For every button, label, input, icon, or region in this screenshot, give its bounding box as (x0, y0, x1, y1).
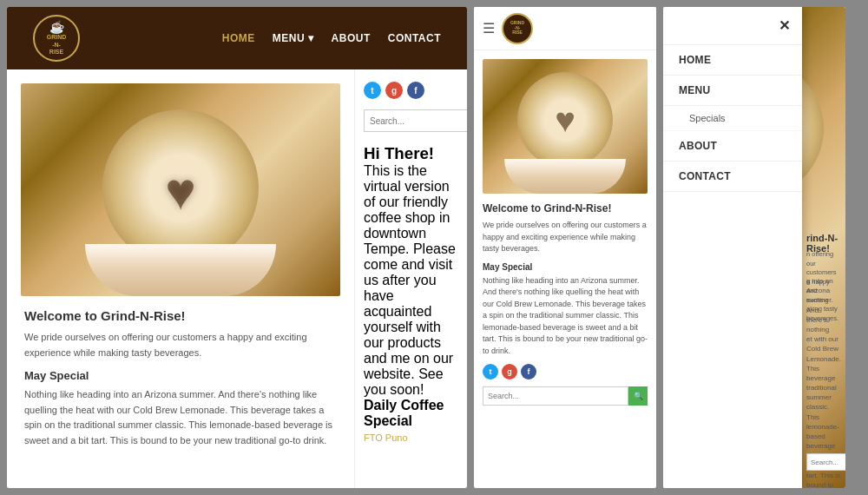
mobile-header: ☰ GRIND-N-RISE (474, 7, 656, 50)
mobile-search-input[interactable] (483, 386, 628, 406)
nav-menu-label: MENU (273, 32, 305, 44)
hamburger-icon[interactable]: ☰ (483, 20, 495, 36)
mobile-search: 🔍 (483, 386, 648, 406)
hi-text: This is the virtual version of our frien… (364, 163, 458, 398)
mobile-special-heading: May Special (483, 262, 648, 272)
nav-about[interactable]: ABOUT (332, 32, 371, 44)
mobile-heading: Welcome to Grind-N-Rise! (483, 202, 648, 214)
mobile-search-button[interactable]: 🔍 (628, 386, 648, 406)
mobile-google-icon[interactable]: g (502, 364, 517, 380)
daily-heading: Daily Coffee Special (364, 398, 458, 429)
mobile-menu-panel: ✕ HOME MENU Specials ABOUT CONTACT rind-… (663, 7, 845, 488)
desktop-body: Welcome to Grind-N-Rise! We pride oursel… (7, 69, 467, 488)
desktop-header: ☕ GRIND -N- RISE HOME MENU ▾ ABOUT CONTA… (7, 7, 467, 69)
main-intro: We pride ourselves on offering our custo… (24, 330, 337, 360)
menu-nav-specials[interactable]: Specials (663, 106, 802, 131)
chevron-down-icon: ▾ (308, 32, 314, 44)
google-icon[interactable]: g (385, 82, 403, 99)
sidebar-search: 🔍 (364, 109, 458, 132)
desktop-logo[interactable]: ☕ GRIND -N- RISE (33, 15, 80, 62)
mobile-logo-text: GRIND-N-RISE (510, 21, 524, 36)
close-icon[interactable]: ✕ (779, 17, 790, 34)
menu-nav-contact[interactable]: CONTACT (663, 162, 802, 192)
desktop-nav: HOME MENU ▾ ABOUT CONTACT (222, 32, 441, 44)
desktop-panel: ☕ GRIND -N- RISE HOME MENU ▾ ABOUT CONTA… (7, 7, 467, 488)
menu-nav-home[interactable]: HOME (663, 45, 802, 76)
desktop-content: Welcome to Grind-N-Rise! We pride oursel… (21, 308, 340, 449)
mobile-twitter-icon[interactable]: t (483, 364, 498, 380)
social-icons: t g f (364, 82, 458, 99)
twitter-icon[interactable]: t (364, 82, 381, 99)
menu-nav: HOME MENU Specials ABOUT CONTACT (663, 45, 802, 192)
special-heading: May Special (24, 369, 337, 382)
nav-home[interactable]: HOME (222, 32, 255, 44)
hi-heading: Hi There! (364, 144, 458, 163)
mobile-content: Welcome to Grind-N-Rise! We pride oursel… (483, 202, 648, 357)
mobile-body: Welcome to Grind-N-Rise! We pride oursel… (474, 50, 656, 488)
partial-content-area: rind-N-Rise! n offering our customers a … (802, 7, 845, 488)
menu-nav-menu[interactable]: MENU (663, 76, 802, 106)
partial-search: 🔍 (806, 453, 841, 471)
mobile-cup-bottom (504, 159, 626, 194)
desktop-sidebar: t g f 🔍 Hi There! This is the virtual ve… (354, 69, 467, 488)
partial-search-input[interactable] (806, 453, 845, 471)
desktop-main: Welcome to Grind-N-Rise! We pride oursel… (7, 69, 354, 488)
mobile-intro: We pride ourselves on offering our custo… (483, 220, 648, 255)
main-heading: Welcome to Grind-N-Rise! (24, 308, 337, 323)
mobile-coffee-image (483, 59, 648, 194)
special-text: Nothing like heading into an Arizona sum… (24, 387, 337, 448)
cup-bottom (85, 244, 276, 296)
menu-close-bar: ✕ (663, 7, 802, 45)
fto-link[interactable]: FTO Puno (364, 432, 408, 443)
logo-text: GRIND -N- RISE (47, 34, 67, 56)
mobile-special-text: Nothing like heading into an Arizona sum… (483, 275, 648, 358)
mobile-panel: ☰ GRIND-N-RISE Welcome to Grind-N-Rise! … (474, 7, 656, 488)
menu-nav-about[interactable]: ABOUT (663, 131, 802, 162)
logo-cup-icon: ☕ (49, 20, 64, 34)
mobile-social-icons: t g f (483, 364, 648, 380)
nav-contact[interactable]: CONTACT (388, 32, 441, 44)
mobile-logo[interactable]: GRIND-N-RISE (502, 13, 533, 44)
mobile-facebook-icon[interactable]: f (521, 364, 536, 380)
facebook-icon[interactable]: f (407, 82, 424, 99)
coffee-hero-image (21, 83, 340, 296)
nav-menu[interactable]: MENU ▾ (273, 32, 314, 44)
sidebar-search-input[interactable] (364, 109, 467, 132)
menu-overlay: ✕ HOME MENU Specials ABOUT CONTACT (663, 7, 802, 488)
